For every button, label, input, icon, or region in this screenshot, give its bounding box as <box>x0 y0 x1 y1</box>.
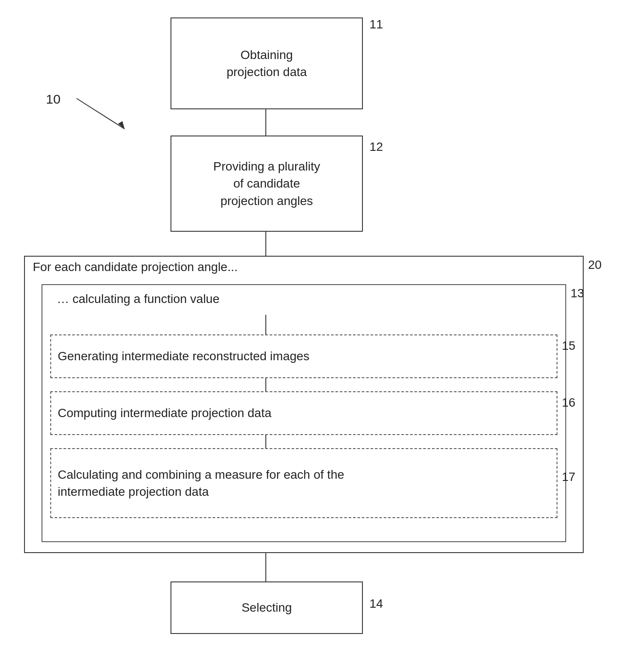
label-12: 12 <box>369 140 383 154</box>
connector-11-12 <box>265 109 266 136</box>
label-13: 13 <box>571 286 584 300</box>
box-16: Computing intermediate projection data <box>50 391 557 435</box>
diagram-container: 10 Obtaining projection data 11 Providin… <box>0 0 644 651</box>
box-11-text: Obtaining projection data <box>226 46 307 80</box>
label-14: 14 <box>369 597 383 611</box>
label-20: 20 <box>588 258 602 272</box>
connector-12-20 <box>265 232 266 256</box>
box-15: Generating intermediate reconstructed im… <box>50 334 557 378</box>
arrow-10-svg <box>68 94 138 138</box>
svg-line-0 <box>77 98 125 129</box>
box-16-text: Computing intermediate projection data <box>58 404 272 421</box>
label-15: 15 <box>562 339 575 353</box>
label-10: 10 <box>46 92 60 107</box>
connector-16-17 <box>265 435 266 448</box>
box-17: Calculating and combining a measure for … <box>50 448 557 518</box>
box-15-text: Generating intermediate reconstructed im… <box>58 348 310 365</box>
label-11: 11 <box>369 17 383 31</box>
box-12-text: Providing a plurality of candidate proje… <box>213 158 320 209</box>
box-13-top-text: … calculating a function value <box>57 292 219 306</box>
connector-20-14 <box>265 553 266 581</box>
box-20-text: For each candidate projection angle... <box>33 260 238 274</box>
box-11: Obtaining projection data <box>171 17 363 109</box>
box-12: Providing a plurality of candidate proje… <box>171 136 363 232</box>
box-14-text: Selecting <box>241 599 292 616</box>
label-16: 16 <box>562 396 575 410</box>
label-17: 17 <box>562 470 575 484</box>
connector-13-inner <box>265 315 266 334</box>
box-14: Selecting <box>171 581 363 634</box>
box-17-text: Calculating and combining a measure for … <box>58 466 344 500</box>
connector-15-16 <box>265 378 266 391</box>
